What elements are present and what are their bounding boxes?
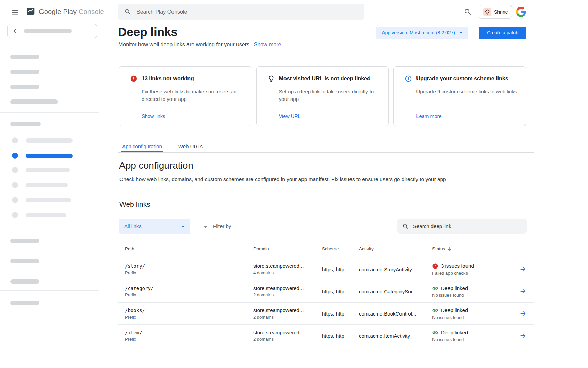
view-url-link[interactable]: View URL (279, 113, 301, 119)
insight-cards: 13 links not working Fix these web links… (119, 66, 526, 126)
path-type: Prefix (125, 315, 253, 320)
app-version-label: App version: Most recent (8.2.027) (382, 30, 455, 35)
app-version-dropdown[interactable]: App version: Most recent (8.2.027) (376, 27, 468, 39)
skeleton-bar (24, 29, 72, 33)
table-row[interactable]: /category/Prefix store.steampowered...2 … (118, 280, 534, 303)
table-row[interactable]: /story/Prefix store.steampowered...4 dom… (118, 258, 534, 280)
path-type: Prefix (125, 337, 253, 342)
table-row[interactable]: /item/Prefix store.steampowered...2 doma… (118, 325, 534, 347)
skeleton-bar (10, 301, 39, 305)
global-search[interactable] (118, 4, 364, 20)
table-filter-bar: All links Filter by (118, 217, 534, 235)
divider (196, 219, 196, 234)
filter-by-button[interactable]: Filter by (202, 223, 231, 230)
status-detail: No issues found (432, 293, 510, 298)
search-icon (402, 223, 409, 230)
learn-more-link[interactable]: Learn more (416, 113, 441, 119)
domain-value: store.steampowered... (253, 329, 322, 335)
logo-text: Google Play Console (39, 8, 104, 16)
card-body: Fix these web links to make sure users a… (142, 88, 244, 103)
play-console-logo-icon (26, 6, 36, 17)
sidebar-skeleton-item (12, 197, 71, 203)
section-description: Check how web links, domains, and custom… (119, 176, 446, 182)
tab-app-configuration[interactable]: App configuration (121, 141, 163, 152)
lightbulb-icon (267, 75, 275, 82)
table-row[interactable]: /books/Prefix store.steampowered...2 dom… (118, 303, 534, 325)
scheme-value: https, http (322, 333, 359, 339)
skeleton-bar (10, 239, 39, 243)
row-detail-arrow[interactable] (510, 288, 527, 295)
card-title: 13 links not working (142, 76, 194, 82)
activity-value: com.acme.ItemActivity (359, 333, 432, 339)
back-arrow-icon (13, 28, 19, 34)
show-links-link[interactable]: Show links (142, 113, 165, 119)
row-detail-arrow[interactable] (510, 332, 527, 339)
scheme-value: https, http (322, 311, 359, 317)
page-subtitle: Monitor how well deep links are working … (118, 42, 281, 48)
global-search-input[interactable] (136, 9, 358, 15)
tab-web-urls[interactable]: Web URLs (178, 141, 203, 152)
chevron-down-icon (179, 223, 187, 230)
domain-count: 2 domains (253, 337, 322, 342)
domain-value: store.steampowered... (253, 263, 322, 269)
deep-link-search-input[interactable] (413, 223, 522, 229)
card-body: Upgrade 9 custom scheme links to web lin… (416, 88, 518, 95)
tab-bar: App configuration Web URLs (118, 141, 534, 153)
sidebar-skeleton-item (12, 167, 70, 173)
skeleton-bar (10, 55, 39, 59)
deep-link-search[interactable] (397, 219, 527, 234)
web-links-table: Path Domain Scheme Activity Status /stor… (118, 235, 534, 347)
show-more-link[interactable]: Show more (254, 42, 281, 47)
path-value: /story/ (125, 263, 253, 269)
app-selector-label: Shrine (494, 9, 508, 15)
section-title: App configuration (119, 160, 193, 171)
skeleton-bar (10, 85, 39, 89)
google-account-icon[interactable] (516, 7, 526, 17)
shrine-app-icon (483, 8, 491, 16)
domain-value: store.steampowered... (253, 307, 322, 313)
sidebar-skeleton-item (12, 137, 73, 143)
activity-value: com.acme.BookControl... (359, 311, 432, 317)
link-icon (432, 329, 438, 336)
activity-value: com.acme.CategorySor... (359, 289, 432, 294)
status-detail: No issues found (432, 315, 510, 320)
menu-icon[interactable] (11, 8, 19, 17)
sidebar (0, 24, 99, 368)
path-value: /books/ (125, 308, 253, 313)
path-type: Prefix (125, 292, 253, 297)
column-domain: Domain (253, 246, 322, 251)
card-upgrade-custom-scheme: Upgrade your custom scheme links Upgrade… (393, 66, 526, 126)
links-filter-label: All links (124, 223, 142, 229)
divider (0, 290, 99, 291)
card-links-not-working: 13 links not working Fix these web links… (119, 66, 251, 126)
path-value: /category/ (125, 286, 253, 291)
page-title: Deep links (118, 25, 178, 39)
status-detail: No issues found (432, 337, 510, 342)
sidebar-item-deep-links[interactable] (12, 153, 73, 159)
create-patch-button[interactable]: Create a patch (479, 27, 526, 39)
column-activity: Activity (359, 246, 432, 251)
sidebar-skeleton-item (12, 212, 66, 218)
links-filter-dropdown[interactable]: All links (119, 219, 190, 234)
row-detail-arrow[interactable] (510, 265, 527, 273)
back-button[interactable] (7, 24, 97, 38)
domain-value: store.steampowered... (253, 285, 322, 291)
column-status[interactable]: Status (432, 246, 510, 252)
path-type: Prefix (125, 270, 253, 275)
card-title: Most visited URL is not deep linked (279, 76, 371, 82)
card-most-visited-url: Most visited URL is not deep linked Set … (256, 66, 389, 126)
play-console-logo[interactable]: Google Play Console (26, 6, 104, 17)
divider (0, 226, 99, 226)
filter-by-label: Filter by (213, 223, 231, 229)
card-title: Upgrade your custom scheme links (416, 76, 508, 82)
search-icon[interactable] (464, 8, 472, 16)
error-icon (432, 263, 438, 269)
skeleton-bar (10, 70, 39, 74)
card-body: Set up a deep link to take users directl… (279, 88, 381, 103)
info-icon (405, 75, 412, 82)
filter-icon (202, 223, 209, 230)
search-icon (124, 8, 132, 16)
web-links-heading: Web links (119, 200, 150, 209)
row-detail-arrow[interactable] (510, 310, 527, 317)
app-selector[interactable]: Shrine (479, 5, 512, 19)
